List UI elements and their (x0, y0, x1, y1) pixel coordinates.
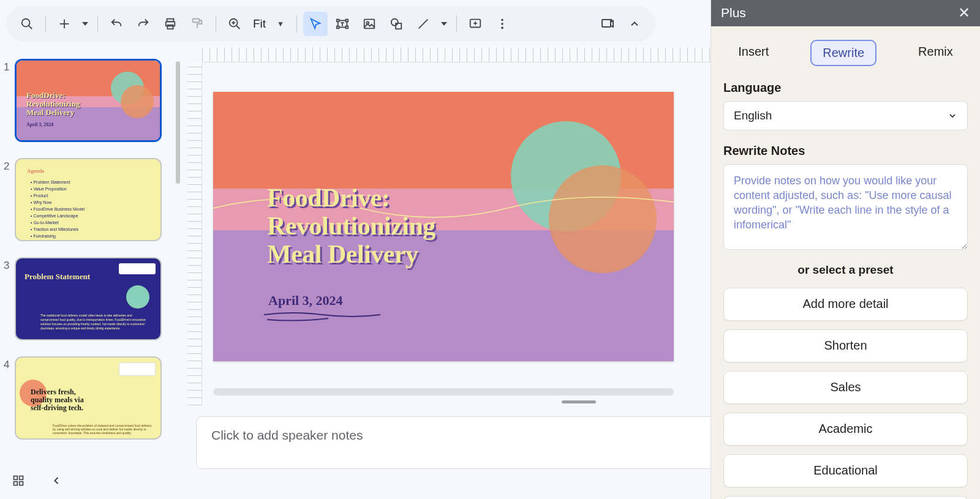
slide-row: 2 Agenda • Problem Statement • Value Pro… (4, 158, 172, 241)
collapse-icon[interactable] (622, 12, 647, 36)
plus-body: Language English Rewrite Notes or select… (711, 77, 980, 499)
thumb-body: FoodDrive solves the problem of delayed … (53, 424, 154, 435)
rewrite-notes-input[interactable] (723, 164, 968, 250)
svg-point-25 (501, 19, 503, 21)
redo-button[interactable] (131, 12, 156, 36)
svg-rect-17 (364, 20, 375, 29)
slide-thumbnail-1[interactable]: FoodDrive:RevolutionizingMeal Delivery A… (15, 59, 162, 142)
slide-number: 1 (4, 59, 15, 73)
toolbar: Fit ▼ (6, 6, 655, 42)
svg-rect-32 (20, 482, 23, 486)
slide-row: 1 FoodDrive:RevolutionizingMeal Delivery… (4, 59, 172, 142)
tab-insert[interactable]: Insert (727, 40, 780, 66)
slide-title: FoodDrive: Revolutionizing Meal Delivery (267, 184, 435, 268)
vertical-ruler (187, 62, 202, 405)
slide-row: 3 Problem Statement The traditional food… (4, 257, 172, 340)
preset-add-more-detail[interactable]: Add more detail (723, 288, 968, 321)
bottom-bar (0, 462, 98, 499)
preset-translate[interactable]: Translate (723, 496, 968, 499)
svg-rect-14 (346, 20, 349, 22)
preset-sales[interactable]: Sales (723, 371, 968, 404)
grid-view-icon[interactable] (7, 470, 29, 492)
undo-button[interactable] (104, 12, 129, 36)
thumb-date: April 3, 2024 (26, 122, 53, 127)
tab-rewrite[interactable]: Rewrite (810, 40, 876, 66)
textbox-tool[interactable] (330, 12, 355, 36)
svg-line-1 (29, 26, 32, 29)
select-tool[interactable] (303, 12, 328, 36)
preset-shorten[interactable]: Shorten (723, 329, 968, 362)
print-button[interactable] (158, 12, 183, 36)
speaker-notes-placeholder: Click to add speaker notes (211, 428, 363, 442)
language-value: English (734, 109, 772, 122)
svg-point-19 (391, 19, 398, 26)
zoom-button[interactable] (222, 12, 247, 36)
plus-tabs: Insert Rewrite Remix (711, 26, 980, 77)
zoom-select[interactable]: Fit ▼ (249, 17, 290, 31)
svg-rect-30 (20, 476, 23, 480)
svg-rect-15 (337, 26, 339, 29)
rewrite-notes-label: Rewrite Notes (723, 144, 968, 158)
preset-educational[interactable]: Educational (723, 454, 968, 487)
thumb-heading: Delivers fresh,quality meals viaself-dri… (31, 388, 84, 412)
svg-rect-31 (14, 482, 18, 486)
new-slide-button[interactable] (52, 12, 77, 36)
new-slide-dropdown-icon[interactable] (79, 12, 91, 36)
svg-point-0 (22, 19, 30, 27)
slide-thumbnail-3[interactable]: Problem Statement The traditional food d… (15, 257, 162, 340)
svg-rect-16 (346, 26, 349, 29)
slide-number: 2 (4, 158, 15, 173)
svg-line-9 (236, 26, 239, 29)
svg-point-26 (501, 23, 503, 25)
previous-slide-icon[interactable] (45, 470, 67, 492)
thumb-list: • Problem Statement • Value Proposition … (31, 179, 85, 239)
paint-format-button[interactable] (185, 12, 209, 36)
thumb-heading: Problem Statement (24, 272, 90, 282)
language-label: Language (723, 81, 968, 95)
line-dropdown-icon[interactable] (438, 12, 450, 36)
filmstrip: 1 FoodDrive:RevolutionizingMeal Delivery… (0, 48, 178, 499)
thumb-title: FoodDrive:RevolutionizingMeal Delivery (26, 91, 80, 117)
chevron-down-icon: ▼ (277, 20, 284, 28)
svg-line-21 (419, 20, 428, 29)
plus-panel: Plus ✕ Insert Rewrite Remix Language Eng… (710, 0, 980, 499)
underline-decoration (261, 310, 383, 325)
svg-rect-7 (193, 19, 200, 23)
plus-header: Plus ✕ (711, 0, 980, 26)
slide-date: April 3, 2024 (268, 293, 343, 309)
splitter-handle[interactable] (562, 400, 596, 403)
comment-button[interactable] (463, 12, 488, 36)
line-tool[interactable] (411, 12, 435, 36)
slide-canvas[interactable]: FoodDrive: Revolutionizing Meal Delivery… (213, 92, 674, 361)
slide-thumbnail-4[interactable]: Delivers fresh,quality meals viaself-dri… (15, 356, 162, 440)
chevron-down-icon (948, 111, 957, 121)
shape-tool[interactable] (384, 12, 409, 36)
thumb-body: The traditional food delivery model ofte… (40, 313, 148, 331)
svg-point-27 (501, 27, 503, 29)
preset-hint: or select a preset (723, 263, 968, 277)
more-icon[interactable] (490, 12, 514, 36)
svg-rect-13 (337, 20, 339, 22)
thumb-heading: Agenda (27, 168, 44, 174)
svg-rect-28 (602, 20, 611, 27)
search-icon[interactable] (15, 12, 39, 36)
tab-remix[interactable]: Remix (907, 40, 964, 66)
svg-rect-20 (396, 23, 401, 29)
slide-row: 4 Delivers fresh,quality meals viaself-d… (4, 356, 172, 440)
image-tool[interactable] (357, 12, 382, 36)
zoom-label: Fit (253, 17, 266, 31)
close-icon[interactable]: ✕ (958, 4, 970, 21)
horizontal-scrollbar[interactable] (213, 388, 674, 396)
preset-academic[interactable]: Academic (723, 413, 968, 446)
gemini-icon[interactable] (595, 12, 620, 36)
slide-number: 4 (4, 356, 15, 371)
slide-number: 3 (4, 257, 15, 272)
plus-title: Plus (721, 6, 746, 20)
language-select[interactable]: English (723, 101, 968, 130)
slide-thumbnail-2[interactable]: Agenda • Problem Statement • Value Propo… (15, 158, 162, 241)
svg-rect-29 (14, 476, 18, 480)
